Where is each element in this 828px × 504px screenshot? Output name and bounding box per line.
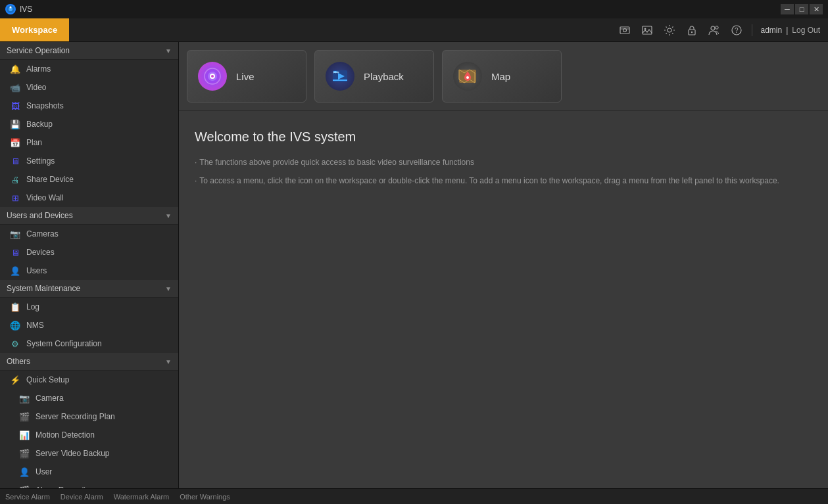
status-other-warnings[interactable]: Other Warnings — [180, 493, 230, 501]
sidebar-item-server-recording-plan[interactable]: 🎬Server Recording Plan — [0, 407, 178, 426]
cameras-icon: 📷 — [9, 228, 21, 240]
collapse-arrow-system-maintenance: ▼ — [165, 285, 172, 292]
system-configuration-icon: ⚙ — [9, 338, 21, 350]
alarm-toolbar-icon[interactable] — [618, 23, 632, 37]
server-video-backup-label: Server Video Backup — [36, 449, 110, 458]
quick-card-playback[interactable]: ▶▶▶ Playback — [314, 50, 434, 103]
sidebar-item-snapshots[interactable]: 🖼Snapshots — [0, 97, 178, 115]
toolbar-separator — [752, 24, 752, 36]
video-wall-label: Video Wall — [26, 193, 64, 202]
svg-point-12 — [716, 26, 718, 28]
quick-card-label-map: Map — [491, 71, 510, 82]
users-icon: 👤 — [9, 265, 21, 277]
quick-access-area: Live ▶▶▶ Playback Map — [179, 42, 828, 111]
camera-icon: 📷 — [18, 392, 30, 404]
svg-point-8 — [668, 28, 671, 32]
sidebar-item-log[interactable]: 📋Log — [0, 298, 178, 316]
minimize-button[interactable]: ─ — [781, 4, 794, 14]
sidebar-item-user[interactable]: 👤User — [0, 463, 178, 481]
sidebar-section-users-and-devices[interactable]: Users and Devices▼ — [0, 207, 178, 225]
image-toolbar-icon[interactable] — [640, 23, 654, 37]
svg-point-18 — [211, 75, 214, 78]
quick-card-label-playback: Playback — [364, 71, 404, 82]
map-icon — [453, 62, 482, 91]
welcome-line: The functions above provide quick access… — [195, 156, 812, 168]
lock-toolbar-icon[interactable] — [685, 23, 699, 37]
svg-point-11 — [711, 26, 715, 30]
share-device-label: Share Device — [26, 175, 74, 184]
cameras-label: Cameras — [26, 229, 59, 239]
sidebar-section-system-maintenance[interactable]: System Maintenance▼ — [0, 280, 178, 298]
sidebar-section-label-users-and-devices: Users and Devices — [7, 211, 73, 220]
svg-text:▶▶▶: ▶▶▶ — [333, 70, 340, 74]
sidebar-item-alarms[interactable]: 🔔Alarms — [0, 60, 178, 78]
server-recording-plan-label: Server Recording Plan — [36, 412, 115, 421]
sidebar-item-camera[interactable]: 📷Camera — [0, 389, 178, 407]
sidebar-item-server-video-backup[interactable]: 🎬Server Video Backup — [0, 444, 178, 463]
toolbar-right: ? admin | Log Out — [618, 23, 828, 37]
sidebar-item-plan[interactable]: 📅Plan — [0, 133, 178, 152]
sidebar-item-backup[interactable]: 💾Backup — [0, 115, 178, 133]
server-video-backup-icon: 🎬 — [18, 447, 30, 459]
plan-label: Plan — [26, 138, 42, 147]
restore-button[interactable]: □ — [795, 4, 808, 14]
sidebar-item-cameras[interactable]: 📷Cameras — [0, 225, 178, 243]
sidebar-item-share-device[interactable]: 🖨Share Device — [0, 170, 178, 189]
sidebar: Service Operation▼🔔Alarms📹Video🖼Snapshot… — [0, 42, 179, 488]
collapse-arrow-others: ▼ — [165, 358, 172, 365]
users-label: Users — [26, 266, 47, 275]
sidebar-item-video[interactable]: 📹Video — [0, 78, 178, 97]
settings-toolbar-icon[interactable] — [662, 23, 677, 37]
window-controls: ─ □ ✕ — [781, 4, 823, 14]
sidebar-item-users[interactable]: 👤Users — [0, 262, 178, 280]
sidebar-item-video-wall[interactable]: ⊞Video Wall — [0, 189, 178, 207]
close-button[interactable]: ✕ — [810, 4, 823, 14]
plan-icon: 📅 — [9, 137, 21, 149]
help-toolbar-icon[interactable]: ? — [729, 23, 744, 37]
welcome-area: Welcome to the IVS system The functions … — [179, 111, 828, 488]
user-label: User — [36, 467, 52, 476]
quick-card-live[interactable]: Live — [187, 50, 306, 103]
title-bar: IVS ─ □ ✕ — [0, 0, 828, 18]
sidebar-item-devices[interactable]: 🖥Devices — [0, 243, 178, 262]
quick-card-map[interactable]: Map — [442, 50, 562, 103]
snapshots-label: Snapshots — [26, 101, 64, 110]
svg-point-26 — [466, 76, 469, 79]
user-separator: | — [786, 26, 788, 35]
sidebar-section-label-service-operation: Service Operation — [7, 46, 70, 55]
sidebar-section-service-operation[interactable]: Service Operation▼ — [0, 42, 178, 60]
quick-setup-icon: ⚡ — [9, 374, 21, 386]
status-device-alarm[interactable]: Device Alarm — [61, 493, 103, 501]
log-icon: 📋 — [9, 301, 21, 313]
toolbar: Workspace — [0, 18, 828, 42]
svg-point-2 — [10, 7, 12, 9]
logout-button[interactable]: Log Out — [792, 26, 820, 35]
svg-rect-6 — [643, 26, 652, 34]
status-service-alarm[interactable]: Service Alarm — [5, 493, 50, 501]
devices-label: Devices — [26, 248, 55, 257]
sidebar-item-motion-detection[interactable]: 📊Motion Detection — [0, 426, 178, 444]
sidebar-item-system-configuration[interactable]: ⚙System Configuration — [0, 334, 178, 353]
app-title: IVS — [20, 5, 32, 14]
svg-text:?: ? — [735, 27, 739, 34]
sidebar-item-quick-setup[interactable]: ⚡Quick Setup — [0, 371, 178, 389]
main-area: Service Operation▼🔔Alarms📹Video🖼Snapshot… — [0, 42, 828, 488]
settings-icon: 🖥 — [9, 155, 21, 167]
quick-card-label-live: Live — [236, 71, 255, 82]
sidebar-item-alarm-recording[interactable]: 🎬Alarm Recording — [0, 481, 178, 488]
settings-label: Settings — [26, 156, 55, 166]
welcome-title: Welcome to the IVS system — [195, 129, 812, 145]
users-toolbar-icon[interactable] — [707, 23, 721, 37]
sidebar-item-settings[interactable]: 🖥Settings — [0, 152, 178, 170]
backup-icon: 💾 — [9, 118, 21, 130]
sidebar-item-nms[interactable]: 🌐NMS — [0, 316, 178, 334]
sidebar-section-others[interactable]: Others▼ — [0, 353, 178, 371]
collapse-arrow-service-operation: ▼ — [165, 47, 172, 55]
status-watermark-alarm[interactable]: Watermark Alarm — [114, 493, 170, 501]
user-info: admin | Log Out — [760, 26, 820, 35]
welcome-lines: The functions above provide quick access… — [195, 156, 812, 187]
video-label: Video — [26, 83, 46, 92]
workspace-tab[interactable]: Workspace — [0, 18, 69, 41]
alarms-label: Alarms — [26, 64, 51, 74]
motion-detection-label: Motion Detection — [36, 430, 95, 440]
